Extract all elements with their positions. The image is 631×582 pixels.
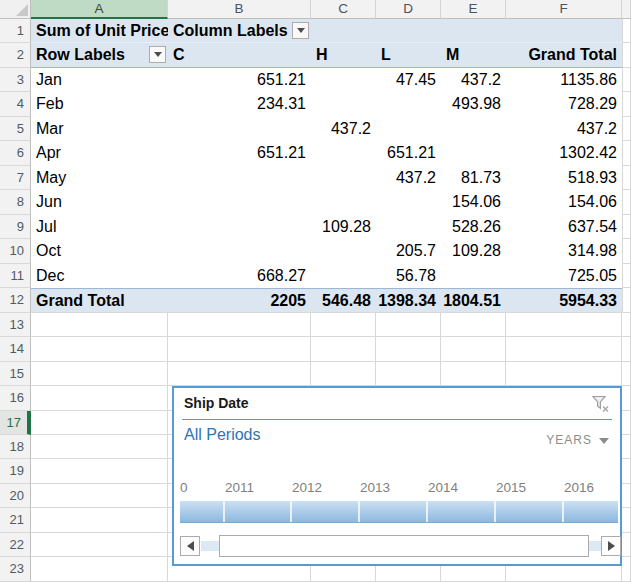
row-header-4[interactable]: 4	[0, 92, 31, 116]
cell-A1[interactable]: Sum of Unit Price	[31, 19, 168, 43]
cell-D7[interactable]: 437.2	[376, 166, 441, 190]
row-header-6[interactable]: 6	[0, 141, 31, 165]
column-header-C[interactable]: C	[311, 0, 376, 19]
row-header-18[interactable]: 18	[0, 435, 31, 459]
cell-overflow-14[interactable]	[622, 337, 631, 361]
row-header-11[interactable]: 11	[0, 264, 31, 288]
cell-F13[interactable]	[506, 313, 622, 337]
column-header-partial[interactable]	[622, 0, 631, 19]
row-header-8[interactable]: 8	[0, 190, 31, 214]
cell-F15[interactable]	[506, 362, 622, 386]
cell-D2[interactable]: L	[376, 43, 441, 67]
cell-A5[interactable]: Mar	[31, 117, 168, 141]
cell-overflow-16[interactable]	[622, 386, 631, 410]
cell-B15[interactable]	[168, 362, 311, 386]
row-header-20[interactable]: 20	[0, 484, 31, 508]
cell-E11[interactable]	[441, 264, 506, 288]
cell-E9[interactable]: 528.26	[441, 215, 506, 239]
cell-F9[interactable]: 637.54	[506, 215, 622, 239]
cell-overflow-17[interactable]	[622, 411, 631, 435]
row-header-15[interactable]: 15	[0, 362, 31, 386]
cell-A17[interactable]	[31, 411, 168, 435]
cell-overflow-3[interactable]	[622, 68, 631, 92]
cell-C6[interactable]	[311, 141, 376, 165]
cell-A3[interactable]: Jan	[31, 68, 168, 92]
row-header-17[interactable]: 17	[0, 411, 31, 435]
timeline-scroll-track-right[interactable]	[589, 541, 601, 551]
cell-C8[interactable]	[311, 190, 376, 214]
cell-overflow-4[interactable]	[622, 92, 631, 116]
cell-C9[interactable]: 109.28	[311, 215, 376, 239]
cell-C11[interactable]	[311, 264, 376, 288]
row-header-12[interactable]: 12	[0, 288, 31, 312]
timeline-selection-band[interactable]	[180, 501, 618, 523]
cell-overflow-12[interactable]	[622, 288, 631, 312]
row-labels-filter-button[interactable]	[149, 46, 166, 63]
cell-overflow-1[interactable]	[622, 19, 631, 43]
cell-overflow-19[interactable]	[622, 459, 631, 483]
timeline-slicer-ship-date[interactable]: Ship Date All Periods YEARS 020112012201…	[172, 386, 622, 566]
cell-D4[interactable]	[376, 92, 441, 116]
cell-C13[interactable]	[311, 313, 376, 337]
cell-overflow-13[interactable]	[622, 313, 631, 337]
cell-B1[interactable]: Column Labels	[168, 19, 311, 43]
cell-E5[interactable]	[441, 117, 506, 141]
cell-A23[interactable]	[31, 557, 168, 581]
cell-D11[interactable]: 56.78	[376, 264, 441, 288]
cell-overflow-22[interactable]	[622, 533, 631, 557]
clear-filter-button[interactable]	[590, 393, 612, 415]
cell-A12[interactable]: Grand Total	[31, 288, 168, 312]
chevron-down-icon[interactable]	[599, 438, 609, 444]
cell-E12[interactable]: 1804.51	[441, 288, 506, 312]
cell-B6[interactable]: 651.21	[168, 141, 311, 165]
cell-F12[interactable]: 5954.33	[506, 288, 622, 312]
cell-C14[interactable]	[311, 337, 376, 361]
cell-D13[interactable]	[376, 313, 441, 337]
row-header-21[interactable]: 21	[0, 508, 31, 532]
cell-B8[interactable]	[168, 190, 311, 214]
cell-A15[interactable]	[31, 362, 168, 386]
cell-B12[interactable]: 2205	[168, 288, 311, 312]
cell-F5[interactable]: 437.2	[506, 117, 622, 141]
cell-F11[interactable]: 725.05	[506, 264, 622, 288]
cell-overflow-11[interactable]	[622, 264, 631, 288]
cell-E1[interactable]	[441, 19, 506, 43]
cell-B10[interactable]	[168, 239, 311, 263]
cell-B7[interactable]	[168, 166, 311, 190]
cell-A13[interactable]	[31, 313, 168, 337]
cell-B13[interactable]	[168, 313, 311, 337]
cell-F10[interactable]: 314.98	[506, 239, 622, 263]
row-header-10[interactable]: 10	[0, 239, 31, 263]
cell-overflow-18[interactable]	[622, 435, 631, 459]
cell-overflow-10[interactable]	[622, 239, 631, 263]
cell-D14[interactable]	[376, 337, 441, 361]
cell-overflow-8[interactable]	[622, 190, 631, 214]
cell-A9[interactable]: Jul	[31, 215, 168, 239]
cell-A10[interactable]: Oct	[31, 239, 168, 263]
cell-overflow-21[interactable]	[622, 508, 631, 532]
cell-A11[interactable]: Dec	[31, 264, 168, 288]
cell-C4[interactable]	[311, 92, 376, 116]
cell-D6[interactable]: 651.21	[376, 141, 441, 165]
cell-D8[interactable]	[376, 190, 441, 214]
cell-E3[interactable]: 437.2	[441, 68, 506, 92]
row-header-22[interactable]: 22	[0, 533, 31, 557]
row-header-19[interactable]: 19	[0, 459, 31, 483]
row-header-1[interactable]: 1	[0, 19, 31, 43]
timeline-scroll-track-left[interactable]	[201, 541, 219, 551]
cell-F14[interactable]	[506, 337, 622, 361]
cell-B4[interactable]: 234.31	[168, 92, 311, 116]
row-header-5[interactable]: 5	[0, 117, 31, 141]
cell-C1[interactable]	[311, 19, 376, 43]
cell-A4[interactable]: Feb	[31, 92, 168, 116]
cell-A16[interactable]	[31, 386, 168, 410]
cell-A22[interactable]	[31, 533, 168, 557]
cell-C3[interactable]	[311, 68, 376, 92]
cell-E8[interactable]: 154.06	[441, 190, 506, 214]
cell-A8[interactable]: Jun	[31, 190, 168, 214]
cell-overflow-9[interactable]	[622, 215, 631, 239]
cell-D15[interactable]	[376, 362, 441, 386]
row-header-13[interactable]: 13	[0, 313, 31, 337]
cell-A2[interactable]: Row Labels	[31, 43, 168, 67]
cell-B2[interactable]: C	[168, 43, 311, 67]
